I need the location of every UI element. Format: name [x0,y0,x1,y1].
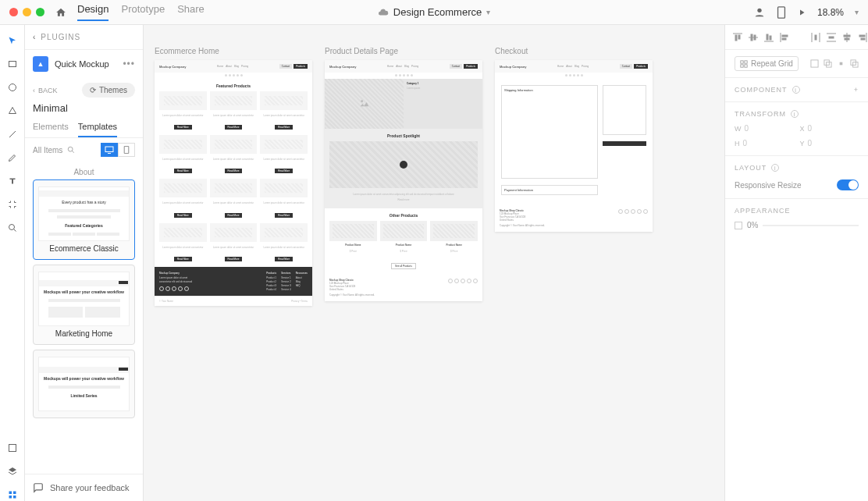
info-icon[interactable]: i [771,164,779,172]
svg-rect-10 [9,496,12,499]
svg-line-4 [9,131,16,137]
zoom-window[interactable] [36,8,44,16]
svg-rect-49 [840,62,843,66]
info-icon[interactable]: i [792,86,800,94]
exclude-op-icon[interactable] [850,59,859,68]
plugins-panel: ‹ PLUGINS ▲ Quick Mockup ••• ‹ BACK ⟳ Th… [25,25,144,501]
tab-templates[interactable]: Templates [78,122,117,137]
x-input[interactable]: 0 [808,124,859,133]
nav-share[interactable]: Share [177,3,205,21]
distribute-h-icon[interactable] [809,31,822,44]
avatar-icon[interactable] [753,6,766,19]
plugin-menu-icon[interactable]: ••• [123,59,135,69]
align-hcenter-icon[interactable] [841,31,853,44]
section-title: APPEARANCE [735,207,791,215]
plugin-row[interactable]: ▲ Quick Mockup ••• [25,50,143,78]
desktop-toggle[interactable] [101,143,118,157]
responsive-toggle[interactable] [837,179,859,190]
select-tool[interactable] [6,34,19,47]
opacity-checkbox[interactable] [735,222,742,229]
align-left-icon[interactable] [778,31,791,44]
minimize-window[interactable] [23,8,31,16]
back-icon[interactable]: ‹ [33,33,36,41]
theme-name: Minimal [25,102,143,119]
add-component-icon[interactable]: + [854,86,859,94]
feedback-label: Share your feedback [50,483,130,492]
svg-rect-37 [844,35,850,37]
align-right-icon[interactable] [856,31,868,44]
artboard-checkout: Checkout Mockup Company HomeAboutBlogPri… [495,47,653,306]
mobile-toggle[interactable] [118,143,135,157]
svg-line-13 [73,151,75,153]
line-tool[interactable] [6,128,19,140]
artboard-label[interactable]: Product Details Page [325,47,482,55]
opacity-value: 0% [747,221,758,229]
polygon-tool[interactable] [6,105,19,117]
svg-rect-1 [778,6,785,17]
text-tool[interactable] [6,175,19,187]
ellipse-tool[interactable] [6,81,19,94]
width-input[interactable]: 0 [745,124,794,133]
align-top-icon[interactable] [731,31,744,44]
cloud-icon [378,7,389,18]
opacity-slider[interactable] [763,225,859,226]
document-title[interactable]: Design Ecommerce ▾ [378,6,490,18]
template-card[interactable]: Mockups will power your creative workflo… [33,350,135,418]
pen-tool[interactable] [6,151,19,164]
repeat-grid-button[interactable]: Repeat Grid [735,56,799,71]
home-icon[interactable] [55,7,66,18]
nav-prototype[interactable]: Prototype [121,3,165,21]
rectangle-tool[interactable] [6,58,19,70]
template-ecommerce-classic[interactable]: Every product has a story Featured Categ… [33,179,135,260]
svg-rect-19 [735,35,737,41]
svg-line-6 [13,229,16,232]
svg-rect-23 [754,35,756,40]
subtract-op-icon[interactable] [824,59,832,68]
svg-rect-38 [845,38,849,40]
artboard-label[interactable]: Checkout [495,47,653,55]
zoom-chevron-icon[interactable]: ▾ [855,8,859,16]
templates-list[interactable]: About Every product has a story Featured… [25,162,143,474]
align-bottom-icon[interactable] [763,31,775,44]
artboard-frame[interactable]: Mockup Company HomeAboutBlogPricing Cont… [325,60,482,301]
theme-back-button[interactable]: ‹ BACK [33,87,58,94]
add-op-icon[interactable] [810,59,819,68]
artboard-frame[interactable]: Mockup Company HomeAboutBlogPricing Cont… [155,60,312,306]
svg-point-5 [9,225,14,230]
appearance-section: APPEARANCE 0% [725,199,868,237]
svg-point-12 [69,147,73,151]
assets-icon[interactable] [6,442,19,454]
artboard-tool[interactable] [6,198,19,211]
nav-design[interactable]: Design [77,3,108,21]
search-icon[interactable] [67,146,75,154]
artboard-frame[interactable]: Mockup Company HomeAboutBlogPricing Cont… [495,60,653,232]
zoom-level[interactable]: 18.8% [817,7,844,18]
feedback-button[interactable]: Share your feedback [25,474,143,501]
align-vcenter-icon[interactable] [747,31,760,44]
themes-button[interactable]: ⟳ Themes [82,83,135,98]
y-input[interactable]: 0 [808,139,859,147]
plugins-icon[interactable] [6,489,19,501]
filter-label: All Items [33,146,62,155]
artboard-label[interactable]: Ecommerce Home [155,47,312,55]
zoom-tool[interactable] [6,222,19,234]
titlebar-right: 18.8% ▾ [753,6,859,19]
canvas[interactable]: Ecommerce Home Mockup Company HomeAboutB… [144,25,724,501]
section-about: About [33,168,135,176]
info-icon[interactable]: i [791,110,799,118]
svg-rect-35 [829,37,834,38]
template-marketing-home[interactable]: Mockups will power your creative workflo… [33,265,135,345]
svg-rect-44 [741,64,743,66]
svg-rect-28 [782,35,788,37]
panel-tabs: Elements Templates [25,119,143,138]
tab-elements[interactable]: Elements [33,122,69,137]
plugin-badge-icon: ▲ [33,56,48,72]
close-window[interactable] [9,8,18,16]
height-input[interactable]: 0 [743,139,794,147]
section-title: COMPONENT [735,86,788,94]
intersect-op-icon[interactable] [837,59,845,68]
device-preview-icon[interactable] [777,6,786,19]
play-icon[interactable] [797,8,806,17]
distribute-v-icon[interactable] [825,31,838,44]
layers-icon[interactable] [6,465,19,478]
